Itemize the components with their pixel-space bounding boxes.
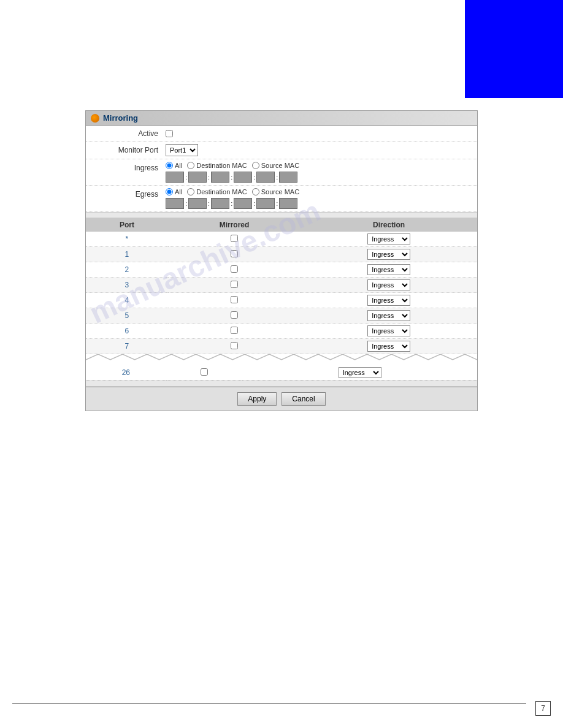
row-mirrored-checkbox-1[interactable] [231,250,238,257]
bottom-line [12,703,526,703]
row-mirrored-5 [168,308,301,324]
egress-mac-octet-4 [234,198,252,209]
ingress-all-text: All [175,162,182,169]
table-row: *IngressEgressBoth [86,232,477,247]
egress-mac-octet-5 [256,198,275,209]
ingress-src-mac-radio[interactable] [252,162,259,169]
row-direction-6: IngressEgressBoth [301,324,477,339]
table-header-row: Port Mirrored Direction [86,218,477,232]
port-table-last: 26 Ingress Egress Both [86,365,477,381]
table-row: 7IngressEgressBoth [86,339,477,354]
col-direction-header: Direction [301,218,477,232]
row-mirrored-checkbox-2[interactable] [231,265,238,273]
ingress-dest-mac-label[interactable]: Destination MAC [187,162,247,169]
egress-mac-group: : : : : : [166,198,299,209]
row-direction-select-0[interactable]: IngressEgressBoth [367,233,410,245]
row-port-2: 2 [86,262,168,278]
monitor-port-label: Monitor Port [92,146,166,154]
row-direction-select-4[interactable]: IngressEgressBoth [367,295,410,306]
active-checkbox[interactable] [166,130,173,137]
table-row: 6IngressEgressBoth [86,324,477,339]
last-row-mirrored [166,365,243,381]
egress-dest-mac-label[interactable]: Destination MAC [187,188,247,195]
row-mirrored-4 [168,293,301,308]
egress-all-label[interactable]: All [166,188,182,195]
row-port-6: 6 [86,324,168,339]
row-direction-select-1[interactable]: IngressEgressBoth [367,249,410,260]
egress-src-mac-label[interactable]: Source MAC [252,188,299,195]
ingress-label: Ingress [92,162,166,172]
row-direction-select-7[interactable]: IngressEgressBoth [367,341,410,352]
row-direction-4: IngressEgressBoth [301,293,477,308]
egress-src-mac-text: Source MAC [261,188,299,195]
ingress-mac-octet-6 [279,172,297,183]
separator [86,212,477,218]
port-table-section: Port Mirrored Direction *IngressEgressBo… [86,218,477,381]
cancel-button[interactable]: Cancel [282,392,325,406]
last-row-port: 26 [86,365,166,381]
row-mirrored-checkbox-4[interactable] [231,296,238,303]
row-direction-5: IngressEgressBoth [301,308,477,324]
mirroring-panel: Mirroring Active Monitor Port Port1 Port… [85,110,478,411]
last-row-mirrored-checkbox[interactable] [201,368,208,376]
ingress-mac-group: : : : : : [166,172,299,183]
row-mirrored-checkbox-6[interactable] [231,327,238,334]
egress-all-radio[interactable] [166,188,173,195]
row-mirrored-6 [168,324,301,339]
row-port-3: 3 [86,278,168,293]
row-direction-7: IngressEgressBoth [301,339,477,354]
egress-mac-octet-2 [188,198,207,209]
row-mirrored-checkbox-0[interactable] [231,235,238,242]
ingress-all-label[interactable]: All [166,162,182,169]
ingress-mac-octet-4 [234,172,252,183]
egress-mac-octet-3 [211,198,229,209]
egress-label: Egress [92,188,166,199]
panel-title: Mirroring [103,113,138,123]
monitor-port-row: Monitor Port Port1 Port2 Port3 Port4 [86,142,477,159]
table-row-last: 26 Ingress Egress Both [86,365,477,381]
egress-src-mac-radio[interactable] [252,188,259,195]
row-mirrored-0 [168,232,301,247]
ingress-src-mac-label[interactable]: Source MAC [252,162,299,169]
row-port-5: 5 [86,308,168,324]
ingress-dest-mac-radio[interactable] [187,162,194,169]
egress-mac-octet-1 [166,198,184,209]
row-mirrored-checkbox-5[interactable] [231,311,238,319]
apply-button[interactable]: Apply [237,392,277,406]
row-port-4: 4 [86,293,168,308]
ingress-row: Ingress All Destination MAC Source MAC [86,159,477,186]
zigzag-divider [86,354,477,365]
monitor-port-select[interactable]: Port1 Port2 Port3 Port4 [166,144,198,156]
row-direction-select-6[interactable]: IngressEgressBoth [367,325,410,336]
table-row: 2IngressEgressBoth [86,262,477,278]
row-direction-select-3[interactable]: IngressEgressBoth [367,279,410,290]
panel-title-bar: Mirroring [86,111,477,126]
ingress-all-radio[interactable] [166,162,173,169]
active-row: Active [86,126,477,142]
ingress-radio-row: All Destination MAC Source MAC [166,162,299,169]
row-mirrored-checkbox-7[interactable] [231,342,238,349]
row-port-1: 1 [86,247,168,262]
ingress-src-mac-text: Source MAC [261,162,299,169]
ingress-dest-mac-text: Destination MAC [196,162,247,169]
table-row: 4IngressEgressBoth [86,293,477,308]
row-mirrored-2 [168,262,301,278]
title-icon [91,114,99,123]
last-row-direction-select[interactable]: Ingress Egress Both [339,367,381,378]
egress-mac-octet-6 [279,198,297,209]
row-direction-select-2[interactable]: IngressEgressBoth [367,264,410,275]
blue-corner-decoration [465,0,563,98]
button-row: Apply Cancel [86,387,477,411]
table-row: 3IngressEgressBoth [86,278,477,293]
ingress-mac-octet-1 [166,172,184,183]
egress-row: Egress All Destination MAC Source MAC [86,186,477,212]
egress-dest-mac-radio[interactable] [187,188,194,195]
row-direction-select-5[interactable]: IngressEgressBoth [367,310,410,321]
col-mirrored-header: Mirrored [168,218,301,232]
last-row-direction: Ingress Egress Both [242,365,477,381]
row-mirrored-7 [168,339,301,354]
egress-dest-mac-text: Destination MAC [196,188,247,195]
row-mirrored-checkbox-3[interactable] [231,281,238,288]
active-label: Active [92,129,166,138]
egress-controls: All Destination MAC Source MAC : : [166,188,299,209]
